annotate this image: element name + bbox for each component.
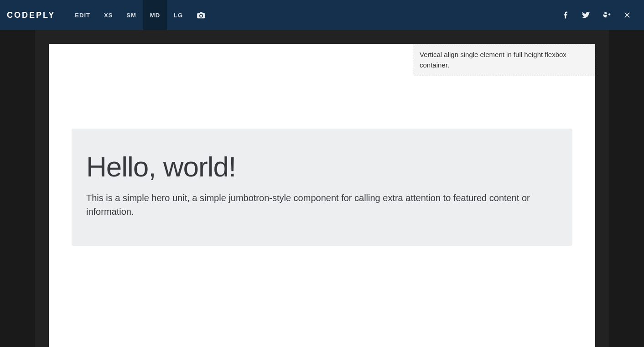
googleplus-icon (602, 11, 611, 19)
close-button[interactable] (617, 0, 637, 30)
twitter-icon (582, 11, 590, 19)
nav-screenshot[interactable] (190, 0, 213, 30)
description-note: Vertical align single element in full he… (413, 44, 595, 76)
workspace: Vertical align single element in full he… (35, 30, 609, 347)
social-right (555, 0, 637, 30)
nav-sm[interactable]: SM (119, 0, 143, 30)
share-twitter[interactable] (576, 0, 596, 30)
jumbotron: Hello, world! This is a simple hero unit… (72, 129, 572, 246)
nav-lg[interactable]: LG (167, 0, 190, 30)
topbar: CODEPLY EDIT XS SM MD LG (0, 0, 644, 30)
share-googleplus[interactable] (596, 0, 617, 30)
jumbotron-heading: Hello, world! (86, 150, 558, 183)
facebook-icon (561, 11, 570, 19)
brand-logo[interactable]: CODEPLY (7, 10, 55, 20)
preview-frame: Vertical align single element in full he… (49, 44, 595, 347)
nav-xs[interactable]: XS (97, 0, 119, 30)
share-facebook[interactable] (555, 0, 576, 30)
jumbotron-wrap: Hello, world! This is a simple hero unit… (72, 129, 572, 246)
nav-md[interactable]: MD (143, 0, 167, 30)
camera-icon (197, 11, 206, 19)
jumbotron-lead: This is a simple hero unit, a simple jum… (86, 191, 558, 218)
close-icon (623, 10, 632, 20)
nav-items: EDIT XS SM MD LG (68, 0, 213, 30)
nav-edit[interactable]: EDIT (68, 0, 97, 30)
